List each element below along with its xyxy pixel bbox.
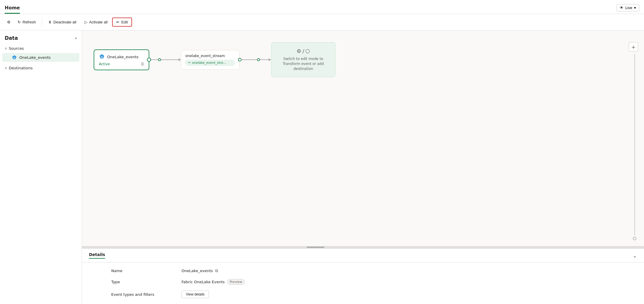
sources-label: Sources xyxy=(9,46,24,51)
details-panel: Details ⌄ Name OneLake_events ⧉ Type Fab… xyxy=(82,248,644,304)
active-status: Active xyxy=(99,62,110,66)
details-header[interactable]: Details ⌄ xyxy=(82,249,644,262)
sidebar-section-destinations: ∨ Destinations xyxy=(0,64,82,72)
deactivate-icon: ⏸ xyxy=(48,20,52,24)
event-types-label: Event types and filters xyxy=(111,291,170,298)
arrow-head2 xyxy=(269,58,271,61)
toolbar: ⚙ ↻ Refresh ⏸ Deactivate all ▷ Activate … xyxy=(0,14,644,30)
refresh-label: Refresh xyxy=(23,20,36,24)
onelake-events-label: OneLake_events xyxy=(19,55,51,60)
destination-icons: ⚙ / ⬡ xyxy=(297,48,310,54)
connector-dot2 xyxy=(257,58,260,61)
source-node-name: OneLake_events xyxy=(107,55,138,59)
stream-node-title: onelake_event_stream xyxy=(185,54,235,58)
sidebar-item-onelake-events[interactable]: OneLake_events xyxy=(2,53,79,62)
source-node-header: OneLake_events xyxy=(99,54,144,60)
gear-button[interactable]: ⚙ xyxy=(5,18,13,26)
type-label: Type xyxy=(111,279,170,285)
vertical-scroll-indicator xyxy=(633,54,636,240)
stream-connector-right xyxy=(238,58,242,61)
destinations-label: Destinations xyxy=(9,66,32,70)
live-button[interactable]: 👁 Live ▾ xyxy=(616,4,639,11)
line-segment4 xyxy=(260,59,269,60)
flow-diagram: OneLake_events Active ☰ xyxy=(94,42,335,77)
edit-label: Edit xyxy=(121,20,128,24)
preview-badge: Preview xyxy=(227,279,245,285)
toolbar-divider xyxy=(42,19,42,26)
v-line-top xyxy=(634,54,635,236)
page-title: Home xyxy=(5,5,20,14)
settings-icon: ⚙ xyxy=(297,48,301,54)
gear-icon: ⚙ xyxy=(7,20,11,24)
destination-placeholder-text: Switch to edit mode to Transform event o… xyxy=(276,56,330,71)
title-bar: Home 👁 Live ▾ xyxy=(0,0,644,14)
stream-chip: 〜 onelake_event_stre... xyxy=(185,60,235,66)
line-segment3 xyxy=(239,59,257,60)
name-label: Name xyxy=(111,268,170,273)
onelake-icon xyxy=(12,55,17,60)
type-value-text: Fabric OneLake Events xyxy=(181,280,225,284)
deactivate-all-label: Deactivate all xyxy=(54,20,76,24)
refresh-button[interactable]: ↻ Refresh xyxy=(14,18,40,26)
edit-icon: ✏ xyxy=(116,20,119,24)
activate-icon: ▷ xyxy=(85,20,88,24)
copy-icon[interactable]: ⧉ xyxy=(215,268,218,273)
connector-dot xyxy=(158,58,161,61)
details-title: Details xyxy=(89,252,105,259)
source-node-status: Active ☰ xyxy=(99,62,144,66)
chevron-down-icon: ▾ xyxy=(634,6,636,10)
main-layout: Data « ∨ Sources OneLake_events xyxy=(0,30,644,304)
stream-chip-label: onelake_event_stre... xyxy=(192,61,226,65)
destinations-chevron-icon: ∨ xyxy=(5,66,7,70)
add-button[interactable]: + xyxy=(629,42,638,51)
destinations-section-header[interactable]: ∨ Destinations xyxy=(0,64,82,72)
destination-placeholder: ⚙ / ⬡ Switch to edit mode to Transform e… xyxy=(271,42,335,77)
activate-all-label: Activate all xyxy=(89,20,108,24)
collapse-sidebar-icon[interactable]: « xyxy=(74,36,77,40)
connector-stream-dest xyxy=(239,58,271,61)
sources-section-header[interactable]: ∨ Sources xyxy=(0,44,82,52)
details-content: Name OneLake_events ⧉ Type Fabric OneLak… xyxy=(82,262,644,304)
eye-icon: 👁 xyxy=(620,6,624,10)
plus-icon: + xyxy=(631,44,636,50)
arrow-head xyxy=(179,58,181,61)
source-onelake-icon xyxy=(99,54,105,60)
horizontal-scrollbar[interactable] xyxy=(82,246,644,248)
view-details-button[interactable]: View details xyxy=(181,291,209,298)
stream-chip-icon: 〜 xyxy=(188,61,191,65)
canvas-top: OneLake_events Active ☰ xyxy=(82,30,644,246)
deactivate-all-button[interactable]: ⏸ Deactivate all xyxy=(44,18,80,26)
sources-chevron-icon: ∨ xyxy=(5,47,7,50)
menu-icon: ☰ xyxy=(141,62,144,66)
source-node[interactable]: OneLake_events Active ☰ xyxy=(94,49,149,70)
sidebar-section-sources: ∨ Sources OneLake_events xyxy=(0,44,82,62)
live-label: Live xyxy=(625,6,632,10)
event-types-value: View details xyxy=(181,291,615,298)
source-connector-right xyxy=(147,58,151,62)
name-value: OneLake_events ⧉ xyxy=(181,268,615,273)
stream-node[interactable]: onelake_event_stream 〜 onelake_event_str… xyxy=(181,50,239,70)
activate-all-button[interactable]: ▷ Activate all xyxy=(81,18,111,26)
sidebar-title: Data xyxy=(5,35,18,41)
edit-button[interactable]: ✏ Edit xyxy=(112,18,132,27)
type-value: Fabric OneLake Events Preview xyxy=(181,279,615,285)
name-value-text: OneLake_events xyxy=(181,269,213,273)
scrollbar-thumb xyxy=(307,247,324,248)
details-collapse-icon[interactable]: ⌄ xyxy=(633,253,637,259)
canvas-area: OneLake_events Active ☰ xyxy=(82,30,644,304)
sidebar: Data « ∨ Sources OneLake_events xyxy=(0,30,82,304)
refresh-icon: ↻ xyxy=(18,20,21,24)
v-dot xyxy=(633,237,636,240)
line-segment2 xyxy=(161,59,179,60)
connector-source-stream xyxy=(149,58,181,61)
sidebar-header: Data « xyxy=(0,35,82,44)
export-icon: ⬡ xyxy=(305,48,310,54)
